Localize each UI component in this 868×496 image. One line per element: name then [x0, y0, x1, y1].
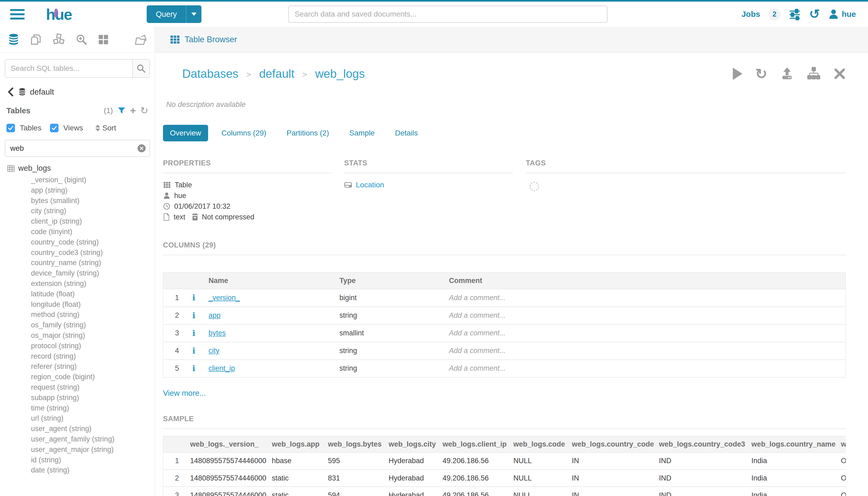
tab-partitions-2[interactable]: Partitions (2)	[280, 125, 336, 141]
documents-icon[interactable]	[30, 33, 42, 46]
hamburger-menu-icon[interactable]	[10, 7, 25, 22]
column-comment-placeholder[interactable]: Add a comment...	[446, 324, 846, 342]
column-item[interactable]: _version_ (bigint)	[7, 175, 150, 185]
tab-sample[interactable]: Sample	[342, 125, 381, 141]
tree-table-web-logs[interactable]: web_logs	[7, 164, 150, 173]
column-name-link[interactable]: city	[209, 346, 220, 355]
query-button[interactable]: Query	[147, 5, 186, 23]
column-item[interactable]: referer (string)	[7, 361, 150, 372]
column-item[interactable]: latitude (float)	[7, 289, 150, 299]
location-link[interactable]: Location	[344, 181, 513, 189]
sample-cell: IN	[570, 469, 658, 487]
column-name-link[interactable]: bytes	[209, 329, 226, 337]
column-comment-placeholder[interactable]: Add a comment...	[446, 307, 846, 324]
column-item[interactable]: url (string)	[7, 413, 150, 423]
column-item[interactable]: user_agent (string)	[7, 423, 150, 434]
history-icon[interactable]: ↺	[809, 8, 820, 20]
jobs-count-badge[interactable]: 2	[768, 8, 780, 20]
column-name-link[interactable]: app	[209, 311, 221, 319]
database-breadcrumb-row: default	[6, 88, 150, 96]
tab-details[interactable]: Details	[388, 125, 425, 141]
sample-cell: IND	[658, 469, 750, 487]
cubes-icon[interactable]	[52, 33, 65, 46]
column-item[interactable]: extension (string)	[7, 278, 150, 289]
sql-table-search-button[interactable]	[132, 60, 149, 77]
sql-assist-database-icon[interactable]	[7, 33, 20, 46]
column-name-link[interactable]: _version_	[209, 294, 240, 302]
main-panel: Table Browser Databases>default>web_logs…	[155, 27, 868, 496]
sample-cell: IN	[570, 452, 658, 469]
column-comment-placeholder[interactable]: Add a comment...	[446, 289, 846, 307]
jobs-link[interactable]: Jobs	[741, 10, 760, 19]
column-item[interactable]: date (string)	[7, 465, 150, 476]
info-icon[interactable]: i	[192, 293, 195, 302]
sql-table-search-input[interactable]	[5, 60, 132, 77]
refresh-tables-icon[interactable]: ↻	[140, 106, 148, 115]
column-item[interactable]: user_agent_family (string)	[7, 434, 150, 445]
column-item[interactable]: time (string)	[7, 403, 150, 414]
tab-overview[interactable]: Overview	[163, 125, 208, 141]
column-item[interactable]: user_agent_major (string)	[7, 445, 150, 455]
tables-checkbox-label[interactable]: Tables	[20, 124, 42, 132]
column-item[interactable]: method (string)	[7, 309, 150, 320]
sliders-icon[interactable]	[789, 8, 801, 20]
column-name-link[interactable]: client_ip	[209, 364, 235, 372]
column-item[interactable]: os_major (string)	[7, 330, 150, 341]
breadcrumb-item[interactable]: default	[259, 67, 295, 80]
info-icon[interactable]: i	[192, 346, 195, 355]
zoom-in-icon[interactable]	[75, 33, 88, 46]
breadcrumb-item[interactable]: Databases	[182, 67, 238, 80]
tables-count: (1)	[104, 106, 113, 115]
global-search-input[interactable]	[288, 5, 607, 23]
filter-funnel-icon[interactable]	[117, 106, 126, 115]
column-item[interactable]: subapp (string)	[7, 392, 150, 403]
query-dropdown-button[interactable]	[186, 5, 202, 23]
column-item[interactable]: record (string)	[7, 351, 150, 361]
info-icon[interactable]: i	[192, 329, 195, 338]
column-item[interactable]: bytes (smallint)	[7, 196, 150, 206]
column-item[interactable]: country_code (string)	[7, 237, 150, 247]
top-navbar: hue Query Jobs 2 ↺	[0, 0, 868, 27]
current-database-name[interactable]: default	[30, 88, 54, 96]
column-item[interactable]: request (string)	[7, 382, 150, 392]
column-item[interactable]: app (string)	[7, 185, 150, 196]
views-checkbox[interactable]	[50, 124, 59, 132]
views-checkbox-label[interactable]: Views	[63, 124, 83, 132]
chevron-left-icon[interactable]	[6, 88, 14, 96]
breadcrumb-item[interactable]: web_logs	[315, 67, 365, 80]
column-item[interactable]: country_name (string)	[7, 258, 150, 268]
refresh-icon[interactable]: ↻	[755, 66, 767, 81]
close-icon[interactable]	[834, 67, 846, 80]
column-item[interactable]: id (string)	[7, 455, 150, 465]
upload-icon[interactable]	[780, 67, 794, 81]
info-icon[interactable]: i	[192, 364, 195, 373]
column-item[interactable]: device_family (string)	[7, 268, 150, 278]
info-icon[interactable]: i	[192, 311, 195, 320]
sort-control[interactable]: Sort	[95, 124, 116, 132]
column-item[interactable]: os_family (string)	[7, 320, 150, 330]
user-menu[interactable]: hue	[828, 9, 856, 20]
table-filter-input[interactable]	[5, 140, 150, 157]
sample-cell: 595	[327, 452, 387, 469]
column-item[interactable]: region_code (bigint)	[7, 372, 150, 382]
column-item[interactable]: city (string)	[7, 206, 150, 216]
tables-checkbox[interactable]	[6, 124, 15, 132]
column-item[interactable]: code (tinyint)	[7, 227, 150, 237]
apps-grid-icon[interactable]	[98, 34, 109, 45]
view-more-link[interactable]: View more...	[163, 389, 206, 398]
hue-logo[interactable]: hue	[46, 5, 72, 23]
sample-row-number: 2	[163, 469, 189, 487]
column-comment-placeholder[interactable]: Add a comment...	[446, 342, 846, 360]
folder-documents-icon[interactable]	[135, 33, 147, 46]
clear-filter-icon[interactable]	[138, 144, 146, 152]
sitemap-icon[interactable]	[807, 67, 821, 81]
play-icon[interactable]	[733, 67, 742, 80]
tab-columns-29[interactable]: Columns (29)	[215, 125, 273, 141]
column-item[interactable]: client_ip (string)	[7, 216, 150, 227]
column-item[interactable]: longitude (float)	[7, 299, 150, 310]
column-item[interactable]: protocol (string)	[7, 341, 150, 351]
sample-table-header-row: web_logs._version_web_logs.appweb_logs.b…	[163, 436, 846, 452]
column-item[interactable]: country_code3 (string)	[7, 247, 150, 258]
add-table-icon[interactable]: +	[130, 106, 136, 116]
column-comment-placeholder[interactable]: Add a comment...	[446, 360, 846, 377]
